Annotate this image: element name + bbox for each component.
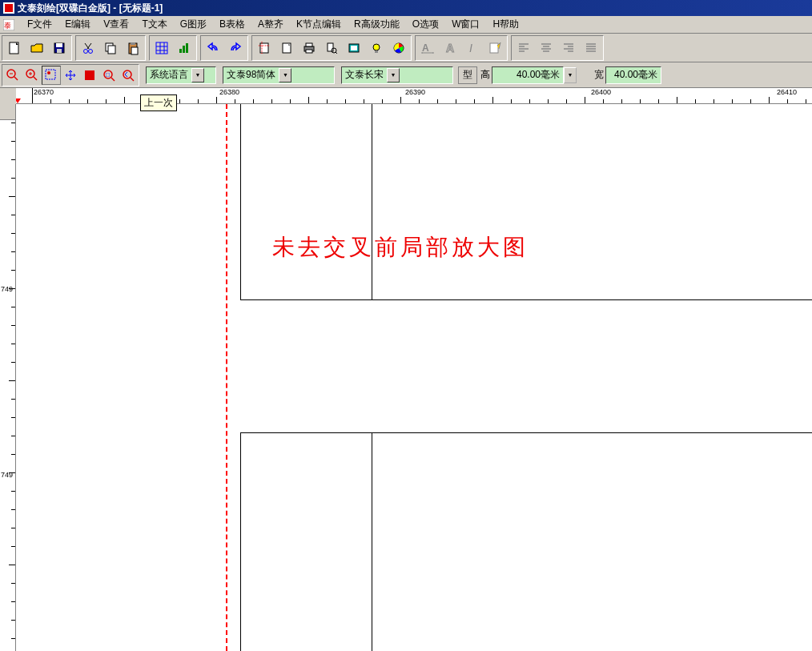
save-button[interactable] [48, 37, 70, 59]
svg-text:泰: 泰 [4, 22, 11, 30]
drawing-line [240, 299, 812, 300]
menu-view[interactable]: V查看 [97, 17, 135, 32]
svg-line-50 [131, 78, 134, 81]
drawing-line [240, 432, 241, 651]
svg-text:A: A [422, 42, 429, 54]
svg-line-40 [34, 77, 37, 80]
zoom-out-button[interactable] [3, 66, 22, 85]
paste-button[interactable] [122, 37, 144, 59]
toolbar-main: A A I [0, 34, 812, 62]
svg-rect-11 [108, 46, 115, 54]
ruler-vertical[interactable]: 749 749 [0, 104, 16, 651]
canvas[interactable]: 未去交叉前局部放大图 [16, 104, 812, 651]
zoom-prev-button[interactable] [119, 66, 138, 85]
menu-arrange[interactable]: A整齐 [251, 17, 290, 32]
svg-rect-28 [351, 46, 357, 50]
workspace: 749 749 未去交叉前局部放大图 上一次 [0, 104, 812, 651]
dropdown-arrow-icon [279, 68, 291, 82]
ruler-h-tick: 26370 [34, 88, 54, 96]
preview-button[interactable] [320, 37, 343, 59]
font1-value: 文泰98简体 [227, 68, 275, 82]
type-button[interactable]: 型 [458, 66, 477, 84]
bulb-button[interactable] [365, 37, 388, 59]
drawing-line [372, 104, 372, 299]
menu-text[interactable]: T文本 [135, 17, 173, 32]
ruler-horizontal[interactable]: 26370 26380 26390 26400 26410 [16, 88, 812, 104]
redo-button[interactable] [224, 37, 247, 59]
svg-rect-43 [46, 70, 55, 79]
width-value: 40.00毫米 [614, 68, 657, 82]
copy-button[interactable] [99, 37, 122, 59]
type-label: 型 [463, 68, 472, 82]
dropdown-arrow-icon [191, 68, 204, 82]
ruler-marker[interactable] [16, 98, 21, 103]
svg-point-9 [89, 49, 93, 53]
height-label: 高 [480, 68, 490, 82]
color-wheel-button[interactable] [388, 37, 410, 59]
width-field[interactable]: 40.00毫米 [605, 66, 661, 84]
text-wide-button[interactable]: A [416, 37, 439, 59]
menu-node[interactable]: K节点编辑 [290, 17, 348, 32]
height-field[interactable]: 40.00毫米 [492, 66, 564, 84]
fill-red-button[interactable] [80, 66, 99, 85]
svg-line-37 [14, 77, 18, 80]
tooltip: 上一次 [140, 94, 177, 111]
language-dropdown[interactable]: 系统语言 [146, 66, 216, 84]
svg-point-8 [84, 49, 88, 53]
ruler-v-tick: 749 [1, 285, 13, 293]
page-crop-button[interactable] [253, 37, 275, 59]
print-button[interactable] [298, 37, 320, 59]
pan-button[interactable] [61, 66, 80, 85]
page-button[interactable] [275, 37, 298, 59]
menu-table[interactable]: B表格 [213, 17, 251, 32]
align-right-button[interactable] [557, 37, 580, 59]
doc-icon: 泰 [3, 19, 14, 30]
menu-options[interactable]: O选项 [406, 17, 445, 32]
text-italic-button[interactable]: I [461, 37, 484, 59]
red-guide-line [226, 104, 227, 651]
svg-rect-6 [56, 43, 62, 47]
zoom-fit-button[interactable]: □ [99, 66, 119, 85]
cut-plot-button[interactable] [343, 37, 365, 59]
undo-button[interactable] [202, 37, 224, 59]
open-button[interactable] [26, 37, 48, 59]
ruler-h-tick: 26380 [219, 88, 239, 96]
menu-help[interactable]: H帮助 [486, 17, 525, 32]
dropdown-arrow-icon [387, 68, 400, 82]
text-edit-button[interactable] [484, 37, 506, 59]
menu-window[interactable]: W窗口 [445, 17, 486, 32]
svg-text:□: □ [106, 71, 110, 78]
svg-rect-30 [375, 50, 378, 53]
svg-text:I: I [469, 42, 472, 54]
menu-graphic[interactable]: G图形 [174, 17, 213, 32]
menu-edit[interactable]: E编辑 [58, 17, 97, 32]
align-left-button[interactable] [513, 37, 535, 59]
font2-dropdown[interactable]: 文泰长宋 [341, 66, 453, 84]
height-dropdown-arrow[interactable]: ▼ [564, 67, 577, 83]
svg-rect-45 [85, 70, 94, 80]
zoom-select-button[interactable] [42, 66, 61, 85]
svg-rect-16 [179, 49, 182, 53]
grid-button[interactable] [151, 37, 173, 59]
new-button[interactable] [3, 37, 26, 59]
bars-button[interactable] [173, 37, 195, 59]
svg-rect-1 [5, 4, 13, 12]
align-justify-button[interactable] [580, 37, 602, 59]
align-center-button[interactable] [535, 37, 557, 59]
svg-rect-14 [131, 47, 138, 54]
drawing-line [240, 432, 812, 433]
ruler-h-tick: 26410 [777, 88, 797, 96]
font1-dropdown[interactable]: 文泰98简体 [223, 66, 335, 84]
font2-value: 文泰长宋 [345, 68, 384, 82]
svg-rect-17 [183, 46, 185, 53]
svg-rect-23 [306, 50, 312, 53]
cut-button[interactable] [77, 37, 99, 59]
menu-file[interactable]: F文件 [21, 17, 58, 32]
text-outline-button[interactable]: A [439, 37, 461, 59]
language-value: 系统语言 [150, 68, 188, 82]
menu-bar: 泰 F文件 E编辑 V查看 T文本 G图形 B表格 A整齐 K节点编辑 R高级功… [0, 16, 812, 34]
menu-advanced[interactable]: R高级功能 [348, 17, 406, 32]
svg-rect-18 [186, 43, 188, 53]
svg-rect-22 [306, 43, 312, 46]
zoom-in-button[interactable] [22, 66, 42, 85]
